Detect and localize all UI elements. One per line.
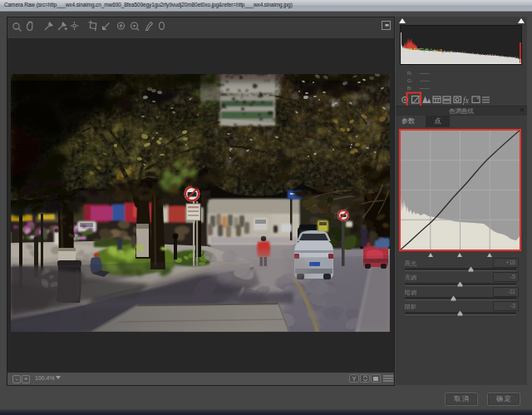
svg-text:fx: fx [463, 96, 470, 105]
